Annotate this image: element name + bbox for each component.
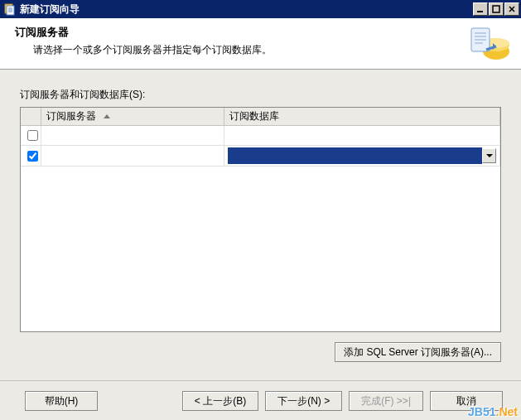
page-title: 订阅服务器 [15, 25, 511, 40]
add-subscriber-button[interactable]: 添加 SQL Server 订阅服务器(A)... [335, 342, 501, 362]
dropdown-button[interactable] [482, 148, 496, 163]
server-name-cell [41, 126, 224, 146]
checkbox-column-header[interactable] [21, 108, 41, 126]
cancel-button[interactable]: 取消 [430, 391, 503, 411]
table-row[interactable] [21, 146, 500, 167]
finish-button: 完成(F) >>| [349, 391, 423, 411]
window-title: 新建订阅向导 [20, 2, 472, 17]
database-select[interactable] [228, 147, 497, 164]
close-button[interactable] [504, 2, 519, 16]
database-cell[interactable] [224, 126, 500, 146]
wizard-footer: 帮助(H) < 上一步(B) 下一步(N) > 完成(F) >>| 取消 [0, 380, 521, 420]
table-row[interactable] [21, 126, 500, 146]
wizard-icon [468, 25, 511, 65]
chevron-down-icon [486, 154, 493, 157]
database-selected-value [228, 147, 483, 164]
next-button[interactable]: 下一步(N) > [265, 391, 342, 411]
subscriber-table: 订阅服务器 订阅数据库 [20, 107, 501, 332]
maximize-button[interactable] [489, 2, 504, 16]
server-column-label: 订阅服务器 [46, 110, 96, 122]
database-column-label: 订阅数据库 [229, 110, 279, 122]
database-column-header[interactable]: 订阅数据库 [224, 108, 500, 126]
wizard-body: 订阅服务器和订阅数据库(S): 订阅服务器 订阅数据库 [0, 70, 521, 380]
title-bar: 新建订阅向导 [0, 0, 521, 18]
window-controls [472, 2, 519, 16]
svg-rect-3 [493, 6, 499, 12]
row-checkbox[interactable] [27, 151, 38, 162]
server-column-header[interactable]: 订阅服务器 [41, 108, 224, 126]
row-checkbox[interactable] [27, 130, 38, 141]
help-button[interactable]: 帮助(H) [25, 391, 98, 411]
table-label: 订阅服务器和订阅数据库(S): [20, 88, 501, 102]
back-button[interactable]: < 上一步(B) [182, 391, 258, 411]
sort-asc-icon [104, 114, 110, 118]
server-name-cell [41, 146, 224, 167]
page-subtitle: 请选择一个或多个订阅服务器并指定每个订阅数据库。 [33, 43, 511, 57]
minimize-button[interactable] [473, 2, 488, 16]
app-icon [3, 2, 17, 16]
wizard-header: 订阅服务器 请选择一个或多个订阅服务器并指定每个订阅数据库。 [0, 18, 521, 70]
svg-rect-2 [477, 11, 483, 12]
database-cell[interactable] [224, 146, 500, 167]
